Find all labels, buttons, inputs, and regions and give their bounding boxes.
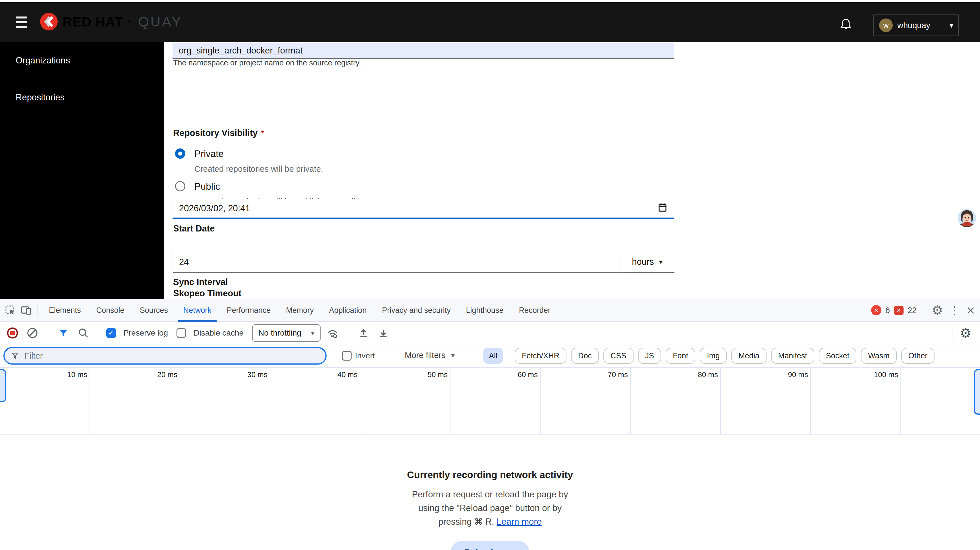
disable-cache-label[interactable]: Disable cache: [194, 328, 243, 338]
chip-wasm[interactable]: Wasm: [861, 348, 897, 364]
more-filters-dropdown[interactable]: More filters ▾: [405, 351, 455, 360]
namespace-value: org_single_arch_docker_format: [179, 46, 303, 56]
filter-input[interactable]: [24, 351, 281, 361]
preserve-log-label[interactable]: Preserve log: [123, 328, 168, 338]
timeline-range-handle-right[interactable]: [974, 369, 980, 414]
divider: [348, 327, 348, 339]
active-tab-underline: [178, 320, 217, 322]
record-network-log-icon[interactable]: [5, 325, 21, 341]
radio-private-label[interactable]: Private: [194, 148, 224, 159]
radio-private[interactable]: [175, 148, 185, 159]
invert-label[interactable]: Invert: [355, 351, 375, 360]
quay-logo-icon: [40, 13, 58, 31]
chip-all[interactable]: All: [483, 348, 503, 364]
timeline-range-handle-left[interactable]: [0, 369, 6, 402]
more-filters-label: More filters: [405, 351, 445, 360]
reload-page-button[interactable]: Reload page: [450, 541, 530, 550]
more-filters-caret-icon: ▾: [451, 351, 455, 359]
sidebar-item-organizations[interactable]: Organizations: [0, 42, 164, 79]
error-badge-icon[interactable]: ×: [871, 305, 881, 316]
sync-interval-unit-select[interactable]: hours ▾: [620, 252, 675, 273]
tab-elements[interactable]: Elements: [41, 299, 89, 322]
namespace-helper-text: The namespace or project name on the sou…: [173, 59, 361, 67]
sidebar-item-label: Organizations: [16, 56, 70, 66]
chip-js[interactable]: JS: [638, 348, 662, 364]
tab-memory[interactable]: Memory: [278, 299, 321, 322]
chip-img[interactable]: Img: [700, 348, 727, 364]
radio-public[interactable]: [175, 181, 185, 191]
recording-message-line2: using the "Reload page" button or by: [0, 501, 980, 515]
radio-private-desc: Created repositories will be private.: [194, 164, 323, 174]
network-settings-gear-icon[interactable]: ⚙: [960, 327, 972, 340]
filter-funnel-icon[interactable]: [56, 325, 72, 341]
profile-memoji-avatar[interactable]: [956, 207, 978, 230]
chip-manifest[interactable]: Manifest: [771, 348, 814, 364]
timeline-column: 20 ms: [90, 368, 180, 434]
tab-network[interactable]: Network: [176, 299, 219, 322]
chip-doc[interactable]: Doc: [571, 348, 599, 364]
network-toolbar: ✓ Preserve log Disable cache No throttli…: [0, 322, 980, 344]
calendar-icon[interactable]: [658, 202, 667, 215]
tab-console[interactable]: Console: [89, 299, 132, 322]
device-toolbar-icon[interactable]: [18, 302, 34, 318]
start-date-label: Start Date: [173, 223, 215, 234]
timeline-column: 70 ms: [541, 368, 631, 434]
devtools-tabbar: Elements Console Sources Network Perform…: [0, 299, 980, 322]
timeline-column: 40 ms: [270, 368, 360, 434]
clear-network-log-icon[interactable]: [24, 325, 40, 341]
chip-css[interactable]: CSS: [603, 348, 633, 364]
tab-recorder[interactable]: Recorder: [511, 299, 558, 322]
learn-more-link[interactable]: Learn more: [496, 517, 542, 527]
brand-registered-mark: ®: [127, 19, 131, 24]
tab-lighthouse[interactable]: Lighthouse: [458, 299, 511, 322]
radio-public-label[interactable]: Public: [194, 181, 220, 192]
user-menu[interactable]: w whuquay ▾: [873, 14, 959, 36]
import-har-icon[interactable]: [356, 325, 371, 341]
throttling-value: No throttling: [258, 328, 301, 338]
issues-count: 22: [907, 306, 916, 315]
mirror-repo-form: org_single_arch_docker_format The namesp…: [164, 42, 980, 299]
inspect-element-icon[interactable]: [2, 302, 18, 318]
recording-message-title: Currently recording network activity: [0, 469, 980, 480]
timeline-column: 110: [901, 368, 980, 434]
tab-application[interactable]: Application: [321, 299, 374, 322]
invert-checkbox[interactable]: [342, 351, 352, 360]
tab-privacy-security[interactable]: Privacy and security: [374, 299, 458, 322]
sidebar-nav: Organizations Repositories: [0, 42, 164, 299]
issues-badge-icon[interactable]: ×: [894, 306, 904, 315]
disable-cache-checkbox[interactable]: [177, 328, 186, 338]
tab-performance[interactable]: Performance: [219, 299, 278, 322]
throttling-select[interactable]: No throttling ▾: [252, 324, 321, 342]
sync-interval-label: Sync Interval: [173, 277, 228, 287]
sync-interval-value: 24: [179, 257, 189, 267]
divider: [924, 304, 924, 316]
user-menu-caret-icon: ▾: [950, 21, 953, 30]
search-icon[interactable]: [75, 325, 91, 341]
chip-font[interactable]: Font: [666, 348, 695, 364]
sync-interval-input[interactable]: 24: [172, 252, 627, 273]
settings-gear-icon[interactable]: ⚙: [932, 304, 943, 317]
more-options-kebab-icon[interactable]: ⋮: [947, 305, 963, 316]
namespace-input[interactable]: org_single_arch_docker_format: [172, 43, 674, 59]
export-har-icon[interactable]: [375, 325, 391, 341]
network-conditions-icon[interactable]: [325, 325, 340, 341]
network-filter-field[interactable]: [3, 347, 326, 365]
unit-caret-icon: ▾: [659, 258, 662, 266]
notifications-bell-icon[interactable]: [840, 18, 851, 32]
chip-media[interactable]: Media: [731, 348, 767, 364]
chip-other[interactable]: Other: [901, 348, 935, 364]
chip-fetch-xhr[interactable]: Fetch/XHR: [515, 348, 566, 364]
divider: [509, 349, 509, 362]
request-type-chips: All Fetch/XHR Doc CSS JS Font Img Media …: [483, 348, 934, 364]
network-overview-timeline[interactable]: 10 ms 20 ms 30 ms 40 ms 50 ms 60 ms 70 m…: [0, 367, 980, 435]
close-devtools-icon[interactable]: ×: [966, 303, 975, 318]
tab-sources[interactable]: Sources: [132, 299, 176, 322]
hamburger-menu-icon[interactable]: [16, 16, 27, 28]
start-date-input[interactable]: 2026/03/02, 20:41: [172, 199, 674, 219]
sync-interval-unit: hours: [632, 257, 654, 267]
chip-socket[interactable]: Socket: [819, 348, 857, 364]
sidebar-item-repositories[interactable]: Repositories: [0, 79, 164, 116]
application-window: RED HAT® QUAY w whuquay ▾ Organizations …: [0, 0, 980, 550]
preserve-log-checkbox[interactable]: ✓: [106, 328, 116, 338]
visibility-label: Repository Visibility*: [173, 128, 264, 138]
